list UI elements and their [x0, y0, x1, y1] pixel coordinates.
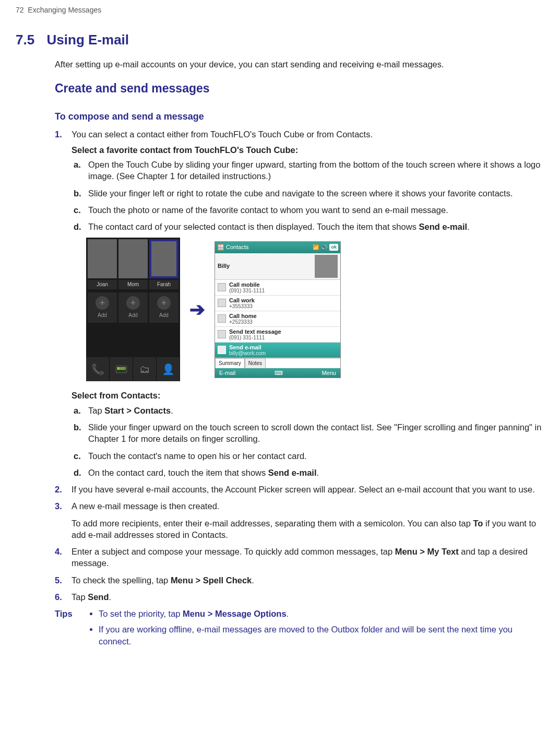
substep-letter: b. [74, 421, 81, 433]
substep-a: a. Tap Start > Contacts. [74, 405, 544, 416]
favorite-contact-photo[interactable] [118, 239, 148, 278]
start-icon[interactable]: 🪟 [217, 244, 224, 250]
substep-letter: c. [74, 204, 81, 216]
substep-text: Slide your finger upward on the touch sc… [88, 422, 541, 443]
send-email-item-selected[interactable]: Send e-mailbilly@work.com [215, 343, 340, 358]
email-icon [218, 346, 226, 354]
favorite-contact-photo[interactable] [88, 239, 117, 278]
step-6: 6. Tap Send. [55, 591, 544, 603]
page-number: 72 [16, 6, 24, 14]
section-title: Using E-mail [47, 31, 129, 49]
step-text-2: To add more recipients, enter their e-ma… [72, 519, 536, 539]
avatar [315, 255, 338, 278]
step-5: 5. To check the spelling, tap Menu > Spe… [55, 574, 544, 586]
step-text: Tap Send. [72, 592, 111, 602]
tips-label: Tips [55, 608, 79, 651]
substep-a: a. Open the Touch Cube by sliding your f… [74, 159, 544, 182]
tips-block: Tips To set the priority, tap Menu > Mes… [55, 608, 544, 651]
contact-card-screenshot: 🪟 Contacts 📶 🔊 ok Billy [215, 241, 341, 379]
voicemail-button[interactable]: 📟 [110, 357, 133, 381]
substep-b: b. Slide your finger left or right to ro… [74, 187, 544, 199]
step-number: 1. [55, 128, 62, 140]
step-text: To check the spelling, tap Menu > Spell … [72, 575, 254, 585]
substep-d: d. On the contact card, touch the item t… [74, 467, 544, 478]
section-number: 7.5 [16, 31, 44, 49]
step-text: Enter a subject and compose your message… [72, 547, 528, 568]
subprocedure-a-title: Select a favorite contact from TouchFLO'… [72, 144, 544, 156]
substep-text: Open the Touch Cube by sliding your fing… [88, 160, 540, 181]
substep-text: Touch the contact's name to open his or … [88, 451, 307, 461]
procedure-heading: To compose and send a message [55, 110, 544, 123]
call-home-item[interactable]: Call home+2523333 [215, 311, 340, 327]
tip-item: To set the priority, tap Menu > Message … [99, 608, 544, 619]
ok-button[interactable]: ok [329, 244, 338, 251]
substep-letter: d. [74, 467, 81, 478]
substep-text: Tap Start > Contacts. [88, 406, 173, 415]
section-heading: 7.5 Using E-mail [16, 31, 544, 49]
touchcube-screenshot: Joan Mom Farah +Add +Add +Add 📞 📟 [86, 238, 180, 381]
softkey-menu[interactable]: Menu [321, 369, 336, 377]
substep-c: c. Touch the contact's name to open his … [74, 450, 544, 462]
plus-icon: + [157, 296, 171, 310]
message-icon [218, 330, 226, 338]
step-number: 2. [55, 484, 62, 495]
step-text: If you have several e-mail accounts, the… [72, 485, 535, 494]
substep-letter: b. [74, 187, 81, 199]
softkey-email[interactable]: E-mail [219, 369, 235, 377]
subprocedure-b-title: Select from Contacts: [72, 390, 544, 401]
substep-letter: a. [74, 159, 81, 170]
substep-text: The contact card of your selected contac… [88, 222, 470, 231]
call-mobile-item[interactable]: Call mobile(091) 331-1111 [215, 280, 340, 296]
step-number: 4. [55, 546, 62, 557]
signal-icon: 📶 [313, 244, 319, 251]
page-header: 72 Exchanging Messages [16, 5, 544, 15]
send-text-item[interactable]: Send text message(091) 331-1111 [215, 327, 340, 343]
step-1: 1. You can select a contact either from … [55, 128, 544, 478]
step-number: 3. [55, 500, 62, 512]
substep-text: Touch the photo or name of the favorite … [88, 205, 448, 215]
phone-icon [218, 314, 226, 323]
add-favorite-button[interactable]: +Add [118, 292, 148, 323]
substep-b: b. Slide your finger upward on the touch… [74, 421, 544, 445]
card-button[interactable]: 🗂 [133, 357, 157, 381]
add-favorite-button[interactable]: +Add [149, 292, 178, 323]
plus-icon: + [96, 296, 109, 310]
dismiss-button[interactable]: 👤 [157, 357, 180, 381]
keyboard-icon[interactable]: ⌨ [275, 369, 283, 377]
step-number: 6. [55, 591, 62, 603]
contacts-title: Contacts [226, 244, 248, 250]
tab-summary[interactable]: Summary [215, 358, 245, 368]
phone-button[interactable]: 📞 [86, 357, 110, 381]
call-work-item[interactable]: Call work+3553333 [215, 296, 340, 311]
add-favorite-button[interactable]: +Add [88, 292, 117, 323]
plus-icon: + [126, 296, 140, 310]
step-4: 4. Enter a subject and compose your mess… [55, 546, 544, 569]
favorite-contact-name[interactable]: Mom [118, 280, 148, 289]
contact-name: Billy [218, 262, 230, 270]
substep-text: Slide your finger left or right to rotat… [88, 189, 513, 198]
step-text: A new e-mail message is then created. [72, 501, 219, 511]
substep-letter: a. [74, 405, 81, 416]
favorite-contact-photo-selected[interactable] [149, 239, 178, 278]
step-2: 2. If you have several e-mail accounts, … [55, 484, 544, 495]
substep-d: d. The contact card of your selected con… [74, 221, 544, 232]
substep-text: On the contact card, touch the item that… [88, 468, 319, 477]
step-number: 5. [55, 574, 62, 586]
favorite-contact-name[interactable]: Farah [149, 280, 178, 289]
tip-item: If you are working offline, e-mail messa… [99, 624, 544, 647]
tab-notes[interactable]: Notes [245, 358, 266, 368]
favorite-contact-name[interactable]: Joan [88, 280, 117, 289]
intro-text: After setting up e-mail accounts on your… [55, 58, 544, 70]
volume-icon: 🔊 [321, 244, 327, 251]
step-text: You can select a contact either from Tou… [72, 130, 373, 139]
contacts-titlebar: 🪟 Contacts 📶 🔊 ok [215, 242, 340, 253]
step-3: 3. A new e-mail message is then created.… [55, 500, 544, 540]
arrow-icon: ➔ [189, 297, 205, 323]
page-header-title: Exchanging Messages [28, 6, 101, 14]
subsection-heading: Create and send messages [55, 80, 544, 97]
phone-icon [218, 299, 226, 307]
substep-letter: c. [74, 450, 81, 462]
substep-c: c. Touch the photo or name of the favori… [74, 204, 544, 216]
phone-icon [218, 283, 226, 291]
substep-letter: d. [74, 221, 81, 232]
